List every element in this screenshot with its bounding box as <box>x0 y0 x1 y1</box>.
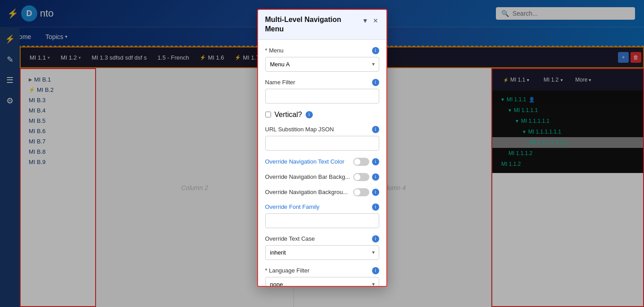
modal-multi-level-nav: Multi-Level Navigation Menu ▼ ✕ * Menu i… <box>257 9 387 47</box>
modal-overlay: Multi-Level Navigation Menu ▼ ✕ * Menu i… <box>0 0 644 47</box>
modal-close-button[interactable]: ✕ <box>372 16 379 25</box>
modal-header: Multi-Level Navigation Menu ▼ ✕ <box>258 10 386 40</box>
modal-title: Multi-Level Navigation Menu <box>265 15 361 34</box>
modal-expand-button[interactable]: ▼ <box>361 16 369 25</box>
modal-body: * Menu i Menu A Menu B Menu C ▾ Name Fil… <box>258 40 386 47</box>
modal-header-icons: ▼ ✕ <box>361 16 379 25</box>
